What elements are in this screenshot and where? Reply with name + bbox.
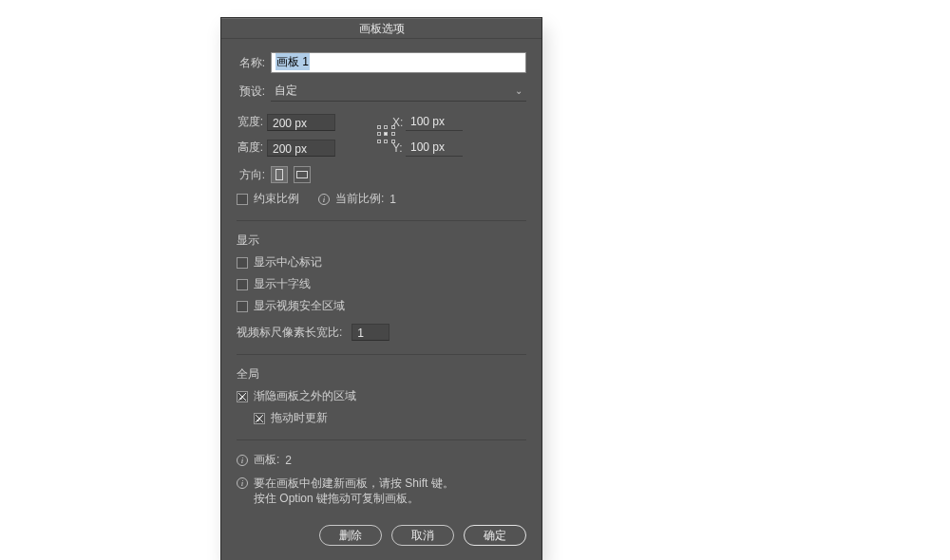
show-crosshair-label: 显示十字线 (254, 276, 311, 292)
height-input[interactable]: 200 px (267, 140, 335, 157)
section-display: 显示 显示中心标记 显示十字线 显示视频安全区域 视频标尺像素长宽比: 1 (237, 233, 526, 355)
display-heading: 显示 (237, 233, 526, 249)
ruler-ratio-label: 视频标尺像素长宽比: (237, 325, 342, 341)
artboard-count-label: 画板: (254, 452, 279, 468)
name-input[interactable]: 画板 1 (271, 52, 526, 73)
section-global: 全局 渐隐画板之外的区域 拖动时更新 (237, 366, 526, 440)
artboard-options-dialog: 画板选项 名称: 画板 1 预设: 自定 ⌄ 宽度: 200 px (220, 17, 542, 560)
dimensions-grid: 宽度: 200 px X: 100 px 高度: 200 px Y: 100 p… (237, 113, 526, 157)
constrain-label: 约束比例 (254, 191, 299, 207)
info-icon: i (237, 455, 248, 466)
info-icon: i (318, 194, 330, 205)
fade-label: 渐隐画板之外的区域 (254, 388, 356, 404)
current-ratio-value: 1 (390, 193, 396, 206)
orientation-label: 方向: (237, 167, 265, 183)
ok-button[interactable]: 确定 (464, 525, 526, 546)
x-input[interactable]: 100 px (406, 113, 463, 131)
landscape-icon (296, 171, 308, 178)
section-info: i 画板: 2 i 要在画板中创建新画板，请按 Shift 键。 按住 Opti… (237, 452, 526, 546)
orientation-portrait-button[interactable] (271, 166, 288, 183)
constrain-row: 约束比例 i 当前比例: 1 (237, 191, 526, 207)
name-label: 名称: (237, 55, 265, 71)
name-input-value: 画板 1 (276, 53, 310, 70)
fade-checkbox[interactable] (237, 391, 248, 402)
preset-value: 自定 (275, 83, 297, 99)
dialog-title: 画板选项 (221, 18, 542, 39)
constrain-checkbox[interactable] (237, 194, 248, 205)
preset-select[interactable]: 自定 ⌄ (271, 81, 526, 102)
orientation-row: 方向: (237, 166, 526, 183)
section-geometry: 名称: 画板 1 预设: 自定 ⌄ 宽度: 200 px (237, 52, 526, 221)
portrait-icon (276, 169, 283, 180)
height-label: 高度: (237, 140, 267, 156)
name-row: 名称: 画板 1 (237, 52, 526, 73)
show-safe-checkbox[interactable] (237, 301, 248, 312)
chevron-down-icon: ⌄ (515, 85, 522, 96)
ruler-ratio-input[interactable]: 1 (352, 324, 390, 341)
hint-line-2: 按住 Option 键拖动可复制画板。 (254, 491, 454, 506)
preset-label: 预设: (237, 84, 265, 100)
button-bar: 删除 取消 确定 (237, 525, 526, 546)
preset-row: 预设: 自定 ⌄ (237, 81, 526, 102)
show-center-label: 显示中心标记 (254, 254, 322, 271)
dialog-body: 名称: 画板 1 预设: 自定 ⌄ 宽度: 200 px (221, 39, 542, 560)
width-input[interactable]: 200 px (267, 114, 335, 131)
drag-update-checkbox[interactable] (254, 413, 265, 424)
info-icon: i (237, 477, 248, 489)
x-label: X: (392, 116, 406, 129)
drag-update-label: 拖动时更新 (271, 410, 328, 426)
y-input[interactable]: 100 px (406, 139, 463, 157)
artboard-count-value: 2 (285, 454, 292, 467)
show-crosshair-checkbox[interactable] (237, 279, 248, 290)
show-center-checkbox[interactable] (237, 257, 248, 269)
hint-line-1: 要在画板中创建新画板，请按 Shift 键。 (254, 476, 454, 491)
show-safe-label: 显示视频安全区域 (254, 298, 345, 314)
hint-text: 要在画板中创建新画板，请按 Shift 键。 按住 Option 键拖动可复制画… (254, 476, 454, 506)
y-label: Y: (392, 141, 406, 155)
current-ratio-label: 当前比例: (335, 191, 384, 207)
cancel-button[interactable]: 取消 (391, 525, 454, 546)
global-heading: 全局 (237, 366, 526, 383)
delete-button[interactable]: 删除 (319, 525, 382, 546)
orientation-landscape-button[interactable] (294, 166, 311, 183)
width-label: 宽度: (237, 114, 267, 130)
